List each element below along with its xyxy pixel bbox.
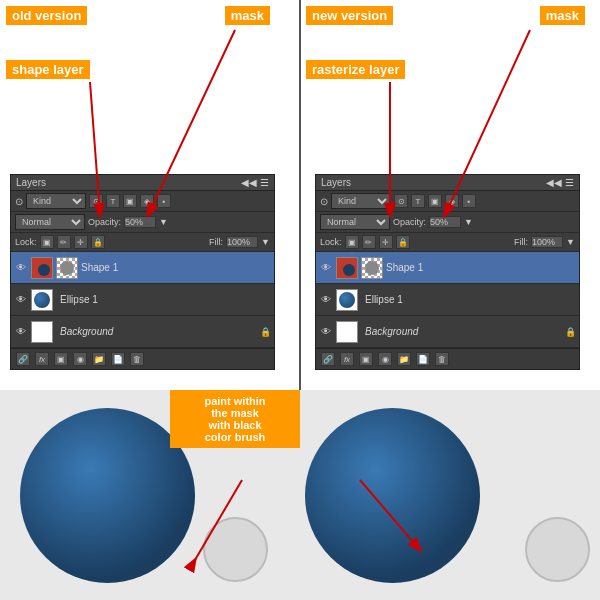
layer-name-bg-left: Background: [60, 326, 257, 337]
left-panel-title: Layers: [16, 177, 46, 188]
right-opacity-arrow: ▼: [464, 217, 473, 227]
filter-btn2[interactable]: T: [106, 194, 120, 208]
bg-thumb-right: [336, 321, 358, 343]
right-blend-select[interactable]: Normal: [320, 214, 390, 230]
left-blend-select[interactable]: Normal: [15, 214, 85, 230]
right-cutout-circle: [525, 517, 590, 582]
layer-row-shape1-right[interactable]: 👁 Shape 1: [316, 252, 579, 284]
left-lock-label: Lock:: [15, 237, 37, 247]
filter-btn1[interactable]: ⊙: [89, 194, 103, 208]
right-filter-select[interactable]: Kind: [331, 193, 391, 209]
right-opacity-input[interactable]: [429, 216, 461, 228]
bg-lock-right: 🔒: [565, 327, 576, 337]
left-fill-input[interactable]: [226, 236, 258, 248]
right-lock-btn1[interactable]: ▣: [345, 235, 359, 249]
link-btn-right[interactable]: 🔗: [321, 352, 335, 366]
right-circle: [305, 408, 480, 583]
right-filter-btn2[interactable]: T: [411, 194, 425, 208]
left-lock-row: Lock: ▣ ✏ ✛ 🔒 Fill: ▼: [11, 233, 274, 252]
bottom-right: [290, 390, 600, 600]
fx-btn-left[interactable]: fx: [35, 352, 49, 366]
left-panel: old version mask shape layer Layers ◀◀ ☰…: [0, 0, 300, 390]
right-panel: new version mask rasterize layer Layers …: [300, 0, 600, 390]
old-version-label: old version: [6, 6, 87, 25]
eye-shape1-right[interactable]: 👁: [319, 261, 333, 275]
eye-shape1-left[interactable]: 👁: [14, 261, 28, 275]
eye-bg-right[interactable]: 👁: [319, 325, 333, 339]
bottom-half: paint within the mask with black color b…: [0, 390, 600, 600]
layer-name-shape1-right: Shape 1: [386, 262, 576, 273]
right-filter-btn3[interactable]: ▣: [428, 194, 442, 208]
left-opacity-label: Opacity:: [88, 217, 121, 227]
right-lock-btn3[interactable]: ✛: [379, 235, 393, 249]
filter-btn5[interactable]: ▪: [157, 194, 171, 208]
shape1-mask-left: [56, 257, 78, 279]
left-blend-row: Normal Opacity: ▼: [11, 212, 274, 233]
layer-row-ellipse1-left[interactable]: 👁 Ellipse 1: [11, 284, 274, 316]
right-ps-panel: Layers ◀◀ ☰ ⊙ Kind ⊙ T ▣ ◈ ▪: [315, 174, 580, 370]
filter-icon: ⊙: [15, 196, 23, 207]
fx-btn-right[interactable]: fx: [340, 352, 354, 366]
lock-btn1[interactable]: ▣: [40, 235, 54, 249]
shape1-mask-right: [361, 257, 383, 279]
left-ps-titlebar: Layers ◀◀ ☰: [11, 175, 274, 191]
right-opacity-label: Opacity:: [393, 217, 426, 227]
left-filter-row: ⊙ Kind ⊙ T ▣ ◈ ▪: [11, 191, 274, 212]
bg-thumb-left: [31, 321, 53, 343]
paint-label-text: paint within the mask with black color b…: [204, 395, 265, 443]
folder-btn-left[interactable]: 📁: [92, 352, 106, 366]
shape1-thumb-left: [31, 257, 53, 279]
page-btn-right[interactable]: 📄: [416, 352, 430, 366]
lock-btn2[interactable]: ✏: [57, 235, 71, 249]
layer-name-ellipse1-left: Ellipse 1: [60, 294, 271, 305]
left-opacity-input[interactable]: [124, 216, 156, 228]
lock-btn4[interactable]: 🔒: [91, 235, 105, 249]
lock-btn3[interactable]: ✛: [74, 235, 88, 249]
right-filter-btn5[interactable]: ▪: [462, 194, 476, 208]
new-version-label: new version: [306, 6, 393, 25]
filter-btn3[interactable]: ▣: [123, 194, 137, 208]
page-btn-left[interactable]: 📄: [111, 352, 125, 366]
left-bottom-bar: 🔗 fx ▣ ◉ 📁 📄 🗑: [11, 348, 274, 369]
left-mask-label: mask: [225, 6, 270, 25]
right-filter-btn4[interactable]: ◈: [445, 194, 459, 208]
left-circle: [20, 408, 195, 583]
right-filter-row: ⊙ Kind ⊙ T ▣ ◈ ▪: [316, 191, 579, 212]
link-btn-left[interactable]: 🔗: [16, 352, 30, 366]
top-half: old version mask shape layer Layers ◀◀ ☰…: [0, 0, 600, 390]
layer-name-bg-right: Background: [365, 326, 562, 337]
center-divider: [299, 0, 301, 390]
left-cutout-circle: [203, 517, 268, 582]
layer-row-ellipse1-right[interactable]: 👁 Ellipse 1: [316, 284, 579, 316]
adj-btn-right[interactable]: ◉: [378, 352, 392, 366]
right-lock-btn2[interactable]: ✏: [362, 235, 376, 249]
layer-row-bg-right[interactable]: 👁 Background 🔒: [316, 316, 579, 348]
layer-row-bg-left[interactable]: 👁 Background 🔒: [11, 316, 274, 348]
right-filter-btn1[interactable]: ⊙: [394, 194, 408, 208]
left-filter-select[interactable]: Kind: [26, 193, 86, 209]
rasterize-label: rasterize layer: [306, 60, 405, 79]
layer-row-shape1-left[interactable]: 👁 Shape 1: [11, 252, 274, 284]
bg-lock-left: 🔒: [260, 327, 271, 337]
layer-name-ellipse1-right: Ellipse 1: [365, 294, 576, 305]
right-lock-btn4[interactable]: 🔒: [396, 235, 410, 249]
right-fill-input[interactable]: [531, 236, 563, 248]
eye-bg-left[interactable]: 👁: [14, 325, 28, 339]
right-fill-label: Fill:: [514, 237, 528, 247]
mask-btn-right[interactable]: ▣: [359, 352, 373, 366]
right-panel-title: Layers: [321, 177, 351, 188]
right-fill-arrow: ▼: [566, 237, 575, 247]
left-ps-panel: Layers ◀◀ ☰ ⊙ Kind ⊙ T ▣ ◈ ▪: [10, 174, 275, 370]
trash-btn-right[interactable]: 🗑: [435, 352, 449, 366]
trash-btn-left[interactable]: 🗑: [130, 352, 144, 366]
folder-btn-right[interactable]: 📁: [397, 352, 411, 366]
eye-ellipse1-left[interactable]: 👁: [14, 293, 28, 307]
ellipse1-thumb-left: [31, 289, 53, 311]
right-bottom-bar: 🔗 fx ▣ ◉ 📁 📄 🗑: [316, 348, 579, 369]
adj-btn-left[interactable]: ◉: [73, 352, 87, 366]
mask-btn-left[interactable]: ▣: [54, 352, 68, 366]
layer-name-shape1-left: Shape 1: [81, 262, 271, 273]
filter-btn4[interactable]: ◈: [140, 194, 154, 208]
right-ps-titlebar: Layers ◀◀ ☰: [316, 175, 579, 191]
eye-ellipse1-right[interactable]: 👁: [319, 293, 333, 307]
